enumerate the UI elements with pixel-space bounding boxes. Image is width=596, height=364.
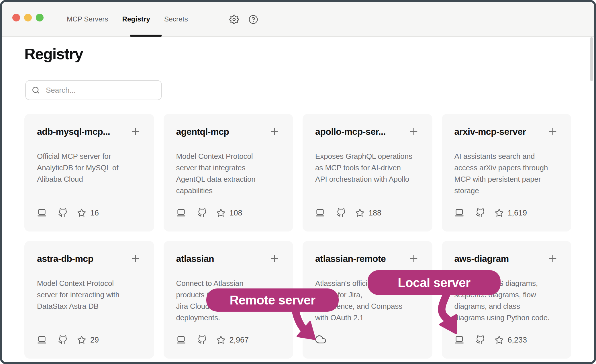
github-icon [58,208,67,217]
card-header: apollo-mcp-ser... [315,125,419,138]
add-server-button[interactable] [547,126,558,138]
add-server-button[interactable] [547,253,558,265]
card-header: agentql-mcp [176,125,280,138]
server-meta-row: 1,619 [454,208,558,218]
server-name: atlassian-remote [315,252,386,265]
star-icon [216,335,226,345]
search-input[interactable] [46,86,156,95]
github-icon [197,208,207,217]
server-description: Exposes GraphQL operations as MCP tools … [315,151,419,185]
laptop-icon [176,335,186,345]
server-description: Model Context Protocol server that integ… [176,151,280,196]
server-name: apollo-mcp-ser... [315,125,386,138]
scrollbar-thumb[interactable] [590,37,593,81]
server-card[interactable]: apollo-mcp-ser... Exposes GraphQL operat… [303,114,432,232]
server-card[interactable]: astra-db-mcp Model Context Protocol serv… [24,241,154,359]
github-icon [58,335,67,345]
star-icon [495,208,504,217]
card-header: aws-diagram [454,252,558,265]
github-icon [336,208,346,217]
help-icon[interactable] [248,15,258,24]
server-description: AI assistants search and access arXiv pa… [454,151,558,196]
server-meta-row: 29 [37,335,141,345]
tab-mcp-servers[interactable]: MCP Servers [67,15,108,23]
laptop-icon [176,208,186,218]
tab-secrets[interactable]: Secrets [164,15,188,23]
server-card[interactable]: agentql-mcp Model Context Protocol serve… [164,114,293,232]
server-meta-row: 188 [315,208,419,218]
server-card[interactable]: arxiv-mcp-server AI assistants search an… [442,114,572,232]
star-count: 188 [368,209,381,217]
star-count: 108 [230,209,242,217]
laptop-icon [315,208,325,218]
active-tab-underline [130,35,162,37]
server-card[interactable]: adb-mysql-mcp... Official MCP server for… [24,114,154,232]
minimize-button[interactable] [24,14,32,21]
add-server-button[interactable] [408,126,419,138]
card-header: atlassian [176,252,280,265]
laptop-icon [37,208,47,218]
card-header: astra-db-mcp [37,252,141,265]
star-icon [77,208,86,217]
server-description: Official MCP server for AnalyticDB for M… [37,151,141,185]
server-name: adb-mysql-mcp... [37,125,110,138]
card-header: arxiv-mcp-server [454,125,558,138]
settings-gear-icon[interactable] [229,15,239,24]
traffic-lights [12,14,44,21]
server-name: aws-diagram [454,252,509,265]
annotation-remote-label: Remote server [230,293,315,307]
annotation-local-label: Local server [398,276,470,290]
star-count: 2,967 [230,336,249,345]
server-name: atlassian [176,252,214,265]
server-meta-row: 6,233 [454,335,558,345]
page-title: Registry [24,45,83,63]
add-server-button[interactable] [130,126,141,138]
server-meta-row: 108 [176,208,280,218]
search-box [25,80,162,100]
laptop-icon [454,335,464,345]
star-count: 29 [90,336,99,345]
github-icon [197,335,207,345]
tab-registry[interactable]: Registry [122,15,150,23]
tab-bar: MCP ServersRegistrySecrets [67,2,188,36]
laptop-icon [37,335,47,345]
github-icon [476,208,485,217]
cloud-icon [315,334,326,345]
github-icon [476,335,485,345]
server-meta-row: 16 [37,208,141,218]
star-count: 16 [90,209,99,217]
star-icon [355,208,364,217]
star-icon [77,335,86,345]
titlebar-divider [219,10,219,29]
zoom-button[interactable] [36,14,44,21]
add-server-button[interactable] [130,253,141,265]
annotation-remote-server: Remote server [206,288,339,312]
add-server-button[interactable] [269,253,280,265]
app-window: MCP ServersRegistrySecrets Registry adb- [0,0,596,364]
server-card[interactable]: aws-diagram Generate AWS diagrams, seque… [442,241,572,359]
star-icon [216,208,226,217]
server-name: arxiv-mcp-server [454,125,526,138]
server-name: astra-db-mcp [37,252,93,265]
card-header: adb-mysql-mcp... [37,125,141,138]
add-server-button[interactable] [408,253,419,265]
server-name: agentql-mcp [176,125,229,138]
server-meta-row: 2,967 [176,335,280,345]
close-button[interactable] [12,14,20,21]
annotation-local-server: Local server [368,270,501,295]
star-count: 1,619 [508,209,527,217]
star-icon [495,335,504,345]
add-server-button[interactable] [269,126,280,138]
server-meta-row [315,329,419,345]
server-card-grid: adb-mysql-mcp... Official MCP server for… [24,114,571,359]
card-header: atlassian-remote [315,252,419,265]
laptop-icon [454,208,464,218]
titlebar: MCP ServersRegistrySecrets [2,2,594,37]
search-icon [32,86,40,94]
server-description: Model Context Protocol server for intera… [37,278,141,312]
star-count: 6,233 [508,336,527,345]
